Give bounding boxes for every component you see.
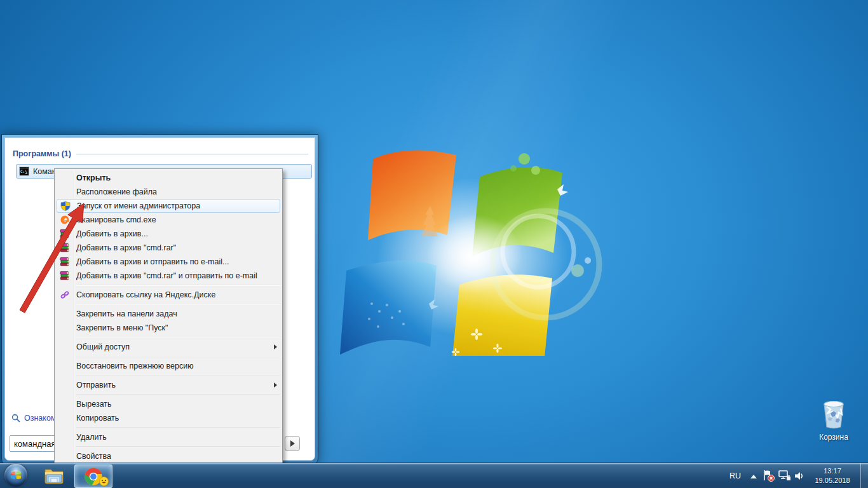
menu-item-share[interactable]: Общий доступ (55, 340, 282, 354)
volume-icon[interactable] (794, 463, 805, 488)
menu-separator (76, 394, 280, 395)
menu-item-cut[interactable]: Вырезать (55, 397, 282, 411)
recycle-bin-icon (820, 399, 847, 430)
menu-separator (76, 427, 280, 428)
menu-item-open[interactable]: Открыть (55, 171, 282, 185)
menu-item-send-to[interactable]: Отправить (55, 378, 282, 392)
menu-separator (76, 337, 280, 337)
search-go-button[interactable] (285, 436, 300, 451)
windows-start-icon (10, 469, 22, 482)
menu-item-pin-to-start-menu[interactable]: Закрепить в меню "Пуск" (55, 321, 282, 335)
header-divider (76, 154, 308, 154)
taskbar-chrome-button[interactable] (74, 464, 112, 488)
menu-item-restore-previous-version[interactable]: Восстановить прежнюю версию (55, 359, 282, 373)
red-annotation-arrow (13, 194, 95, 321)
taskbar: RU 13:17 19.05.2018 (0, 463, 868, 488)
svg-text:C:\: C:\ (20, 169, 27, 173)
menu-separator (76, 304, 280, 304)
cmd-console-icon: C:\ (19, 166, 29, 176)
submenu-arrow-icon (274, 344, 277, 349)
go-arrow-icon (290, 440, 295, 447)
menu-separator (76, 446, 280, 447)
start-button[interactable] (4, 464, 27, 487)
menu-item-copy[interactable]: Копировать (55, 411, 282, 425)
show-hidden-icons-chevron-icon[interactable] (750, 475, 757, 478)
emoji-badge-icon (99, 477, 109, 486)
clock-time: 13:17 (824, 466, 841, 476)
menu-item-properties[interactable]: Свойства (55, 449, 282, 463)
clock-date: 19.05.2018 (815, 476, 850, 485)
windows-logo (334, 145, 613, 356)
windows-explorer-icon (43, 466, 65, 485)
menu-separator (76, 285, 280, 285)
recycle-bin-label: Корзина (813, 433, 854, 442)
menu-separator (76, 356, 280, 356)
menu-separator (76, 375, 280, 376)
taskbar-explorer-button[interactable] (39, 464, 69, 487)
submenu-arrow-icon (274, 383, 277, 388)
programs-header-label: Программы (1) (13, 149, 71, 158)
show-desktop-button[interactable] (860, 463, 868, 488)
search-magnifier-icon (11, 414, 20, 423)
language-indicator[interactable]: RU (729, 463, 741, 488)
action-center-flag-icon[interactable] (763, 463, 775, 488)
taskbar-clock[interactable]: 13:17 19.05.2018 (811, 463, 854, 488)
network-icon[interactable] (778, 463, 792, 488)
recycle-bin[interactable]: Корзина (813, 399, 854, 442)
menu-item-delete[interactable]: Удалить (55, 430, 282, 444)
programs-group-header: Программы (1) (13, 148, 308, 159)
